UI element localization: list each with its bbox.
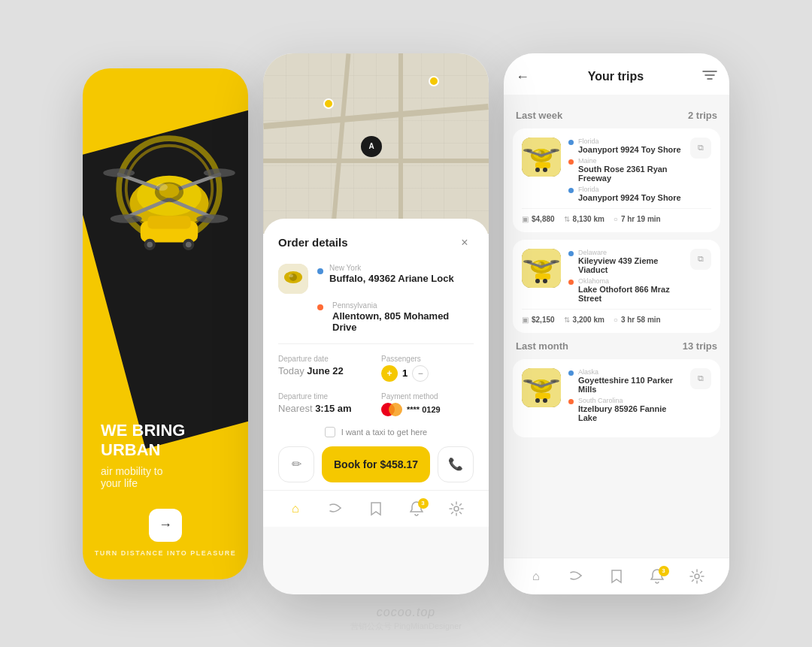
copy-button-3[interactable]: ⧉ [690, 368, 711, 389]
trip-dot-orange-2 [568, 280, 574, 285]
filter-button[interactable] [702, 68, 717, 86]
svg-rect-16 [147, 216, 190, 228]
back-button[interactable]: ← [516, 69, 529, 85]
trip-card-2-top: Delaware Kileyview 439 Zieme Viaduct Okl… [522, 249, 711, 303]
close-button[interactable]: × [456, 234, 474, 252]
trips-nav-routes[interactable] [567, 567, 585, 585]
passengers-item: Passengers + 1 − [381, 355, 474, 382]
svg-point-64 [543, 398, 547, 403]
section-count-week: 2 trips [688, 110, 717, 121]
duration-val-2: 3 hr 58 min [621, 316, 661, 324]
time-value: Nearest 3:15 am [278, 403, 371, 414]
copy-button-2[interactable]: ⧉ [690, 249, 711, 270]
taxi-checkbox[interactable]: I want a taxi to get here [278, 427, 474, 437]
edit-button[interactable]: ✏ [278, 446, 314, 482]
nav-bookmark[interactable] [367, 500, 385, 518]
trips-bottom-nav: ⌂ 3 [504, 558, 729, 594]
svg-point-48 [523, 260, 532, 263]
bottom-nav: ⌂ 3 [263, 490, 489, 527]
watermark-sub: 营销公众号 PingMianDesigner [350, 621, 462, 632]
section-last-month: Last month 13 trips [516, 340, 717, 352]
trips-scroll[interactable]: Last week 2 trips [504, 95, 729, 558]
trip-routes-1: Florida Joanyport 9924 Toy Shore Maine S… [568, 138, 683, 202]
trip-origin-text-1: Florida Joanyport 9924 Toy Shore [578, 138, 681, 154]
section-label-week: Last week [516, 110, 562, 121]
section-last-week: Last week 2 trips [516, 110, 717, 121]
svg-point-39 [535, 168, 540, 172]
distance-val-2: 3,200 km [573, 316, 604, 324]
trip-thumb-1 [522, 138, 561, 177]
checkbox-icon[interactable] [325, 427, 335, 437]
payment-label: Payment method [381, 392, 474, 401]
dest-address: Allentown, 805 Mohamed Drive [332, 310, 474, 333]
phone-trips: ← Your trips Last week 2 trips [504, 53, 729, 594]
payment-item: Payment method **** 0129 [381, 392, 474, 416]
book-button[interactable]: Book for $458.17 [322, 446, 430, 482]
trip-origin2-1: Florida Joanyport 9924 Toy Shore [568, 186, 683, 202]
distance-icon: ⇅ [564, 215, 570, 223]
phone-order: A Order details × [263, 53, 489, 594]
trip-card-3-top: Alaska Goyetteshire 110 Parker Mills Sou… [522, 368, 711, 422]
call-button[interactable]: 📞 [438, 446, 474, 482]
map-road [263, 159, 489, 163]
trip-dot-orange [568, 159, 574, 165]
svg-point-40 [543, 168, 547, 172]
trip-routes-2: Delaware Kileyview 439 Zieme Viaduct Okl… [568, 249, 683, 303]
svg-point-36 [523, 149, 532, 152]
trip-card-3[interactable]: Alaska Goyetteshire 110 Parker Mills Sou… [513, 359, 720, 437]
distance-val-1: 8,130 km [573, 215, 604, 223]
nav-home[interactable]: ⌂ [286, 500, 304, 518]
order-header: Order details × [278, 234, 474, 252]
subtext2: your life [101, 477, 185, 489]
svg-rect-62 [535, 393, 550, 399]
payment-value: **** 0129 [407, 405, 441, 414]
passengers-add[interactable]: + [381, 365, 398, 382]
trip-dest-text-2: Oklahoma Lake Othofort 866 Mraz Street [578, 277, 683, 303]
trip-card-1-top: Florida Joanyport 9924 Toy Shore Maine S… [522, 138, 711, 202]
trip-card-2[interactable]: Delaware Kileyview 439 Zieme Viaduct Okl… [513, 240, 720, 333]
nav-notifications[interactable]: 3 [408, 500, 426, 518]
departure-date-item: Departure date Today June 22 [278, 355, 371, 382]
watermark-brand: cocoo.top [350, 606, 462, 619]
departure-value: Today June 22 [278, 365, 371, 376]
payment-row: **** 0129 [381, 403, 474, 416]
price-icon-2: ▣ [522, 316, 529, 324]
route-destination: Pennsylvania Allentown, 805 Mohamed Driv… [317, 301, 474, 333]
svg-point-25 [454, 506, 459, 511]
trip-dest-1: Maine South Rose 2361 Ryan Freeway [568, 157, 683, 183]
trip-dot-orange-3 [568, 399, 574, 404]
stat-distance-2: ⇅ 3,200 km [564, 316, 604, 324]
passengers-control: + 1 − [381, 365, 474, 382]
svg-point-11 [196, 214, 228, 222]
distance-icon-2: ⇅ [564, 316, 570, 324]
taxi-label: I want a taxi to get here [341, 428, 427, 437]
trips-nav-home[interactable]: ⌂ [527, 567, 545, 585]
location-marker[interactable]: A [361, 136, 382, 157]
nav-routes[interactable] [326, 500, 344, 518]
trip-dest-2: Oklahoma Lake Othofort 866 Mraz Street [568, 277, 683, 303]
copy-button-1[interactable]: ⧉ [690, 138, 711, 159]
origin-address: Buffalo, 49362 Ariane Lock [329, 273, 474, 284]
passengers-remove[interactable]: − [412, 365, 429, 382]
section-label-month: Last month [516, 340, 568, 352]
trips-nav-settings[interactable] [688, 567, 706, 585]
stat-duration-2: ○ 3 hr 58 min [614, 316, 661, 324]
nav-settings[interactable] [447, 500, 465, 518]
svg-point-24 [289, 274, 293, 277]
notification-badge: 3 [418, 498, 429, 509]
trips-nav-notifications[interactable]: 3 [648, 567, 666, 585]
trips-notification-badge: 3 [659, 566, 669, 576]
origin-dot [317, 268, 323, 274]
map-area[interactable]: A [263, 53, 489, 234]
trip-origin2-text-1: Florida Joanyport 9924 Toy Shore [578, 186, 681, 202]
trip-card-1[interactable]: Florida Joanyport 9924 Toy Shore Maine S… [513, 128, 720, 232]
svg-point-9 [204, 168, 235, 177]
passengers-count: 1 [402, 367, 408, 379]
arrow-button[interactable]: → [149, 509, 182, 542]
svg-point-65 [695, 574, 699, 579]
action-row: ✏ Book for $458.17 📞 [278, 446, 474, 482]
trip-origin-text-3: Alaska Goyetteshire 110 Parker Mills [578, 368, 683, 394]
trips-nav-bookmark[interactable] [607, 567, 626, 585]
subtext: air mobility to [101, 465, 185, 477]
price-val-2: $2,150 [532, 316, 555, 324]
